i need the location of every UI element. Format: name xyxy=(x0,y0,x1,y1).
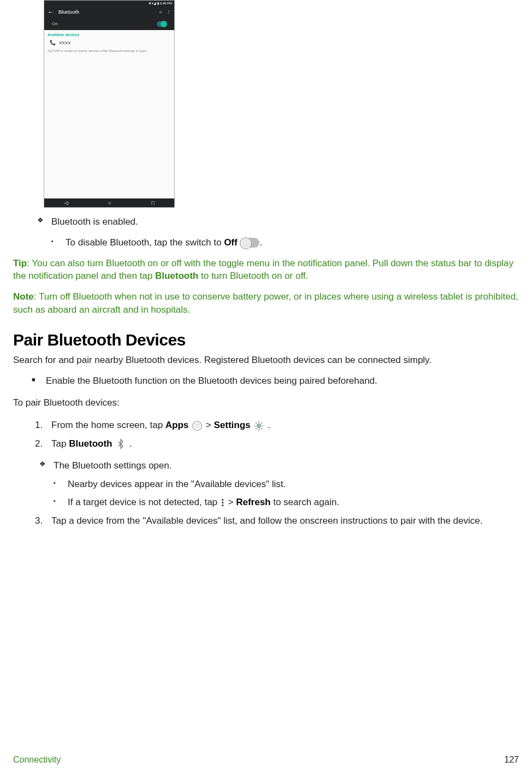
settings-gear-icon xyxy=(253,420,265,431)
result-bullet: Bluetooth is enabled. xyxy=(51,215,519,229)
svg-point-4 xyxy=(195,425,196,426)
page-footer: Connectivity 127 xyxy=(13,754,519,766)
footer-section: Connectivity xyxy=(13,754,61,766)
more-vert-icon: ⋮ xyxy=(167,9,171,15)
status-bar: ❇ ▾◢ ▮ 2:46 PM xyxy=(44,1,174,6)
step-2: Tap Bluetooth . The Bluetooth settings o… xyxy=(51,437,519,509)
bold-bluetooth: Bluetooth xyxy=(69,438,112,449)
step-3: Tap a device from the "Available devices… xyxy=(51,514,519,528)
available-devices-header: Available devices xyxy=(48,32,171,38)
text-span: to search again. xyxy=(270,497,339,507)
bold-refresh: Refresh xyxy=(236,497,270,507)
search-icon: ⌕ xyxy=(159,9,162,15)
nav-recent-icon: □ xyxy=(151,200,154,207)
step-2-sub2: If a target device is not detected, tap … xyxy=(68,496,519,509)
bluetooth-toggle-row: On xyxy=(44,18,174,30)
device-name: XXXX xyxy=(59,40,70,46)
bluetooth-settings-screenshot: ❇ ▾◢ ▮ 2:46 PM ← Bluetooth ⌕ ⋮ On Availa… xyxy=(44,0,175,208)
lead-paragraph: Search for and pair nearby Bluetooth dev… xyxy=(13,354,519,367)
step-2-result: The Bluetooth settings open. xyxy=(54,459,519,472)
svg-point-7 xyxy=(195,427,196,428)
text-span: > xyxy=(206,420,214,430)
intro-text: To pair Bluetooth devices: xyxy=(13,396,519,409)
bluetooth-icon xyxy=(115,438,127,449)
bold-apps: Apps xyxy=(165,420,189,430)
step-1: From the home screen, tap Apps > Setting… xyxy=(51,419,519,432)
back-arrow-icon: ← xyxy=(48,8,54,17)
bold-bluetooth: Bluetooth xyxy=(155,271,198,281)
text-span: . xyxy=(127,438,132,449)
bold-settings: Settings xyxy=(214,420,250,430)
svg-point-9 xyxy=(199,427,200,428)
note-label: Note xyxy=(13,291,34,302)
app-title-bar: ← Bluetooth ⌕ ⋮ xyxy=(44,6,174,18)
text-span: > xyxy=(226,497,236,507)
svg-point-5 xyxy=(197,425,198,426)
svg-point-11 xyxy=(258,425,260,426)
screen-title: Bluetooth xyxy=(58,9,155,16)
nav-back-icon: ◁ xyxy=(64,200,68,207)
text-span: . xyxy=(265,420,270,430)
device-row: 📞 XXXX xyxy=(48,38,171,48)
text-span: To disable Bluetooth, tap the switch to xyxy=(66,237,224,248)
note-paragraph: Note: Turn off Bluetooth when not in use… xyxy=(13,290,519,317)
toggle-label: On xyxy=(52,21,58,27)
svg-point-6 xyxy=(199,425,200,426)
toggle-off-icon xyxy=(240,238,259,248)
more-vert-icon: ••• xyxy=(220,499,226,507)
tip-label: Tip xyxy=(13,258,27,268)
svg-point-3 xyxy=(199,424,200,425)
apps-icon xyxy=(191,420,203,431)
sub-bullet: To disable Bluetooth, tap the switch to … xyxy=(66,236,519,249)
text-span: to turn Bluetooth on or off. xyxy=(198,271,308,281)
svg-point-2 xyxy=(197,424,198,425)
text-span: Tap xyxy=(51,438,69,449)
step-2-sub1: Nearby devices appear in the "Available … xyxy=(68,478,519,491)
text-span: If a target device is not detected, tap xyxy=(68,497,220,507)
text-span: : Turn off Bluetooth when not in use to … xyxy=(13,291,518,315)
svg-point-1 xyxy=(195,424,196,425)
phone-icon: 📞 xyxy=(50,39,56,46)
tip-paragraph: Tip: You can also turn Bluetooth on or o… xyxy=(13,257,519,283)
section-heading: Pair Bluetooth Devices xyxy=(13,329,519,352)
text-span: . xyxy=(259,237,262,248)
page-number: 127 xyxy=(504,754,519,766)
toggle-switch-on-icon xyxy=(157,21,167,27)
android-nav-bar: ◁ ○ □ xyxy=(44,198,174,207)
bold-off: Off xyxy=(224,237,238,248)
svg-point-8 xyxy=(197,427,198,428)
visibility-note: AQT100 is visible to nearby devices whil… xyxy=(48,48,171,54)
text-span: From the home screen, tap xyxy=(51,420,165,430)
nav-home-icon: ○ xyxy=(108,200,111,207)
prerequisite-bullet: Enable the Bluetooth function on the Blu… xyxy=(46,374,519,388)
